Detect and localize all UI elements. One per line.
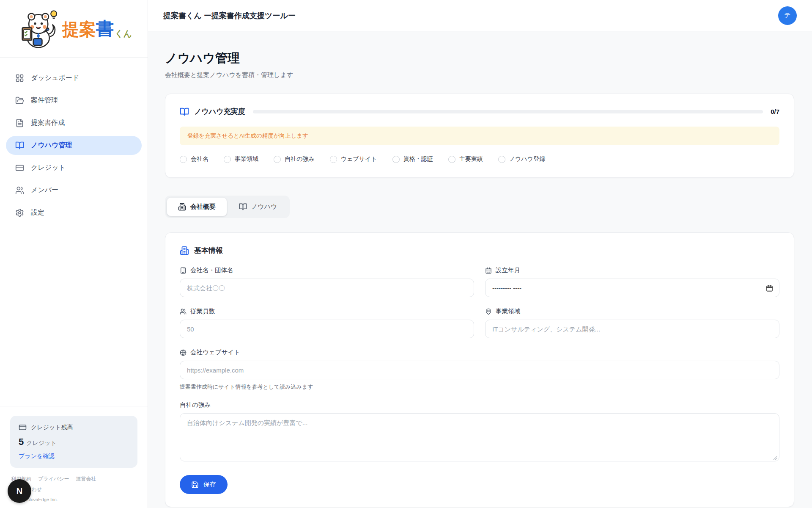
document-icon	[15, 119, 24, 127]
sidebar-item-label: 提案書作成	[31, 119, 65, 127]
checklist-item-label: 資格・認証	[403, 155, 433, 163]
business-domain-label: 事業領域	[496, 307, 520, 315]
logo-wordmark: 提案 書 くん	[62, 20, 132, 38]
website-field-group: 会社ウェブサイト 提案書作成時にサイト情報を参考として読み込みます	[180, 348, 779, 391]
unchecked-circle-icon	[274, 156, 281, 163]
map-pin-icon	[485, 308, 492, 315]
credit-balance-label: クレジット残高	[31, 424, 73, 431]
avatar-initial: N	[16, 486, 22, 496]
employees-field-group: 従業員数	[180, 307, 474, 338]
privacy-link[interactable]: プライバシー	[38, 475, 69, 483]
app-title: 提案書くん ー提案書作成支援ツールー	[163, 11, 296, 21]
logo-text-sho: 書	[96, 20, 114, 38]
sidebar-item-label: メンバー	[31, 186, 58, 195]
credit-unit: クレジット	[26, 439, 57, 446]
book-open-icon	[15, 141, 24, 150]
users-icon	[180, 308, 187, 315]
checklist-item-website: ウェブサイト	[330, 155, 377, 163]
founded-month-input[interactable]: --------- ----	[485, 279, 779, 297]
checklist-item-label: ノウハウ登録	[509, 155, 545, 163]
founded-label: 設立年月	[496, 266, 520, 274]
unchecked-circle-icon	[224, 156, 231, 163]
book-open-icon	[180, 107, 189, 116]
gear-icon	[15, 208, 24, 217]
sidebar-item-credits[interactable]: クレジット	[6, 158, 142, 177]
plan-check-link[interactable]: プランを確認	[19, 453, 129, 460]
business-domain-field-group: 事業領域	[485, 307, 779, 338]
dashboard-icon	[15, 74, 24, 83]
employees-label: 従業員数	[190, 307, 215, 315]
completeness-checklist: 会社名 事業領域 自社の強み ウェブサイト 資格・認証	[180, 155, 779, 163]
unchecked-circle-icon	[448, 156, 455, 163]
checklist-item-certifications: 資格・認証	[392, 155, 433, 163]
building-icon	[178, 203, 186, 211]
sidebar-nav: ダッシュボード 案件管理 提案書作成 ノウハウ管理 クレジット	[0, 58, 148, 222]
checklist-item-strengths: 自社の強み	[274, 155, 315, 163]
page-content: ノウハウ管理 会社概要と提案ノウハウを蓄積・管理します ノウハウ充実度 0/7 …	[148, 31, 812, 508]
website-input[interactable]	[180, 361, 779, 379]
checklist-item-label: 主要実績	[459, 155, 483, 163]
sidebar-item-settings[interactable]: 設定	[6, 203, 142, 222]
copyright-text: © 2025 NovaEdge Inc.	[11, 497, 137, 502]
globe-icon	[180, 349, 187, 356]
sidebar-item-proposal-create[interactable]: 提案書作成	[6, 113, 142, 133]
website-helper-text: 提案書作成時にサイト情報を参考として読み込みます	[180, 383, 779, 391]
strengths-field-group: 自社の強み	[180, 401, 779, 463]
users-icon	[15, 186, 24, 195]
user-avatar-badge[interactable]: N	[8, 479, 31, 503]
book-open-icon	[239, 203, 247, 211]
calendar-picker-icon[interactable]	[766, 284, 773, 292]
checklist-item-label: ウェブサイト	[341, 155, 377, 163]
credit-card-icon	[15, 163, 24, 172]
sidebar-item-projects[interactable]: 案件管理	[6, 91, 142, 110]
page-title: ノウハウ管理	[165, 50, 794, 67]
sidebar-item-members[interactable]: メンバー	[6, 181, 142, 200]
business-domain-input[interactable]	[485, 320, 779, 338]
completeness-score: 0/7	[771, 108, 779, 115]
completeness-progress-bar	[253, 110, 763, 113]
app-logo[interactable]: 提案 書 くん	[0, 0, 148, 58]
checklist-item-knowhow-registration: ノウハウ登録	[498, 155, 545, 163]
company-name-input[interactable]	[180, 279, 474, 297]
company-name-label: 会社名・団体名	[190, 266, 233, 274]
sidebar-item-label: ノウハウ管理	[31, 141, 72, 150]
sidebar-item-label: ダッシュボード	[31, 74, 79, 83]
completeness-notice: 登録を充実させるとAI生成の精度が向上します	[180, 127, 779, 145]
credit-card-icon	[19, 423, 27, 431]
checklist-item-label: 事業領域	[235, 155, 258, 163]
company-name-field-group: 会社名・団体名	[180, 266, 474, 297]
sidebar-item-label: 案件管理	[31, 96, 58, 105]
sidebar-item-knowhow[interactable]: ノウハウ管理	[6, 136, 142, 155]
website-label: 会社ウェブサイト	[190, 348, 240, 356]
logo-text-teian: 提案	[62, 21, 96, 38]
folder-icon	[15, 96, 24, 105]
company-link[interactable]: 運営会社	[76, 475, 96, 483]
unchecked-circle-icon	[330, 156, 337, 163]
sidebar-item-dashboard[interactable]: ダッシュボード	[6, 69, 142, 88]
strengths-label: 自社の強み	[180, 401, 211, 409]
month-input-value: --------- ----	[492, 284, 521, 292]
unchecked-circle-icon	[180, 156, 187, 163]
hamster-mascot-icon	[16, 8, 60, 50]
unchecked-circle-icon	[498, 156, 505, 163]
checklist-item-label: 会社名	[191, 155, 208, 163]
user-avatar[interactable]: テ	[778, 6, 797, 25]
section-tabs: 会社概要 ノウハウ	[165, 196, 290, 218]
save-button[interactable]: 保存	[180, 475, 228, 494]
tab-company-overview[interactable]: 会社概要	[167, 197, 227, 216]
checklist-item-label: 自社の強み	[285, 155, 315, 163]
logo-text-kun: くん	[115, 29, 132, 38]
strengths-textarea[interactable]	[180, 413, 779, 461]
basic-info-card: 基本情報 会社名・団体名	[165, 232, 794, 507]
credit-balance-card: クレジット残高 5クレジット プランを確認	[10, 416, 137, 468]
basic-info-title: 基本情報	[194, 246, 223, 255]
building-icon	[180, 246, 189, 255]
credit-amount: 5	[19, 436, 24, 447]
checklist-item-company-name: 会社名	[180, 155, 208, 163]
completeness-title: ノウハウ充実度	[194, 107, 245, 116]
tab-knowhow[interactable]: ノウハウ	[228, 197, 288, 216]
checklist-item-achievements: 主要実績	[448, 155, 483, 163]
building-icon	[180, 267, 187, 274]
employees-input[interactable]	[180, 320, 474, 338]
sidebar-item-label: クレジット	[31, 163, 66, 172]
